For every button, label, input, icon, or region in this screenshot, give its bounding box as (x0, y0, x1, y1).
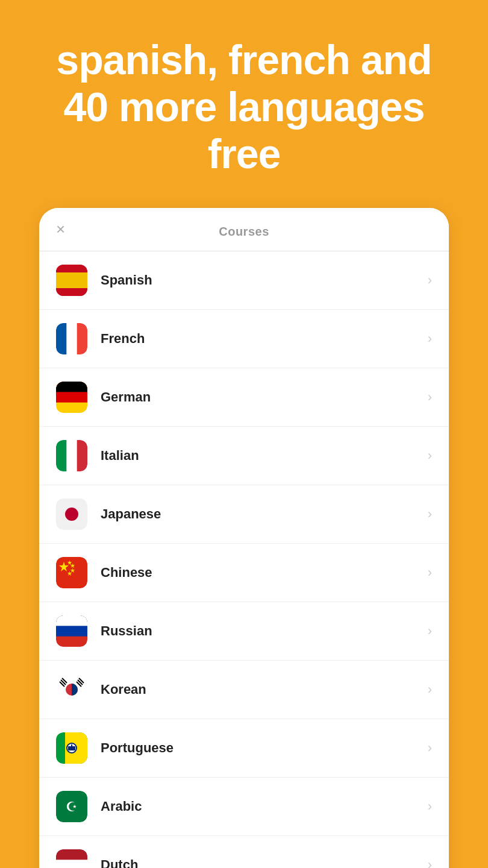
svg-rect-3 (56, 323, 66, 354)
language-name-german: German (101, 389, 428, 405)
language-list: Spanish › French › (39, 251, 449, 868)
language-item-french[interactable]: French › (39, 310, 449, 368)
chevron-german: › (428, 389, 432, 405)
chevron-arabic: › (428, 799, 432, 814)
chevron-dutch: › (428, 857, 432, 868)
svg-rect-40 (56, 849, 87, 860)
flag-korean (56, 674, 87, 705)
svg-rect-10 (77, 440, 87, 471)
flag-chinese (56, 557, 87, 588)
language-name-japanese: Japanese (101, 506, 428, 522)
flag-russian (56, 615, 87, 647)
language-item-portuguese[interactable]: Portuguese › (39, 719, 449, 778)
language-item-italian[interactable]: Italian › (39, 427, 449, 485)
flag-german (56, 382, 87, 413)
svg-rect-1 (56, 272, 87, 288)
chevron-french: › (428, 331, 432, 347)
svg-rect-21 (56, 615, 87, 626)
card-title: Courses (219, 225, 269, 239)
language-item-russian[interactable]: Russian › (39, 602, 449, 661)
language-item-korean[interactable]: Korean › (39, 661, 449, 719)
svg-point-12 (65, 508, 78, 521)
language-name-russian: Russian (101, 623, 428, 639)
language-item-arabic[interactable]: ☪ Arabic › (39, 778, 449, 836)
language-item-chinese[interactable]: Chinese › (39, 544, 449, 602)
language-item-dutch[interactable]: Dutch › (39, 836, 449, 868)
header-section: spanish, french and 40 more languages fr… (0, 0, 488, 202)
chevron-italian: › (428, 448, 432, 464)
svg-rect-34 (68, 746, 75, 750)
svg-rect-4 (77, 323, 87, 354)
flag-japanese (56, 498, 87, 530)
language-name-italian: Italian (101, 448, 428, 464)
chevron-chinese: › (428, 565, 432, 580)
language-name-dutch: Dutch (101, 857, 428, 868)
flag-arabic: ☪ (56, 791, 87, 822)
flag-french (56, 323, 87, 354)
flag-spanish (56, 265, 87, 296)
flag-italian (56, 440, 87, 471)
language-item-german[interactable]: German › (39, 368, 449, 427)
chevron-portuguese: › (428, 740, 432, 756)
language-item-japanese[interactable]: Japanese › (39, 485, 449, 544)
flag-dutch (56, 849, 87, 868)
chevron-korean: › (428, 682, 432, 697)
chevron-spanish: › (428, 272, 432, 288)
close-button[interactable]: × (56, 220, 65, 239)
flag-portuguese (56, 732, 87, 764)
chevron-russian: › (428, 623, 432, 639)
svg-text:☪: ☪ (66, 799, 78, 814)
language-name-spanish: Spanish (101, 272, 428, 288)
page-title: spanish, french and 40 more languages fr… (30, 36, 458, 178)
svg-rect-7 (56, 382, 87, 392)
language-name-chinese: Chinese (101, 565, 428, 580)
card-header: × Courses (39, 208, 449, 251)
language-name-korean: Korean (101, 682, 428, 697)
language-name-portuguese: Portuguese (101, 740, 428, 756)
chevron-japanese: › (428, 506, 432, 522)
language-item-spanish[interactable]: Spanish › (39, 251, 449, 310)
language-name-arabic: Arabic (101, 799, 428, 814)
svg-rect-9 (56, 440, 66, 471)
language-card: × Courses Spanish › Frenc (39, 208, 449, 868)
language-name-french: French (101, 331, 428, 347)
